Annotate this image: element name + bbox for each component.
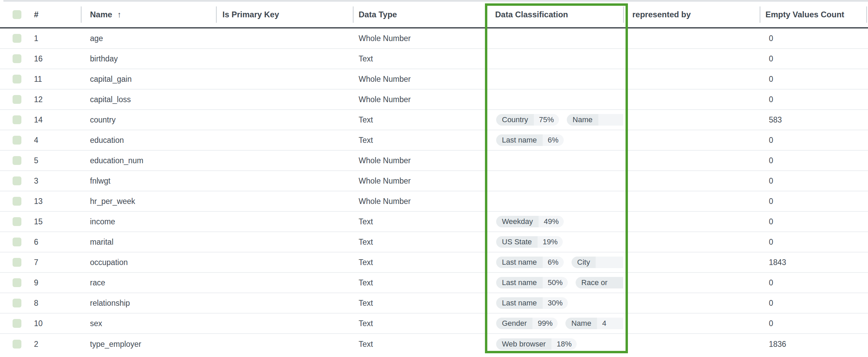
table-row[interactable]: 11capital_gainWhole Number0 [0, 69, 868, 90]
row-checkbox[interactable] [13, 217, 21, 226]
cell-select [0, 334, 29, 354]
header-cell-represented-by[interactable]: represented by [623, 2, 760, 27]
classification-chips: Gender99%Name4 [486, 314, 623, 333]
cell-number: 8 [29, 293, 81, 313]
classification-chip: Race or [576, 277, 623, 288]
cell-name: race [81, 273, 216, 293]
classification-chips [486, 49, 623, 69]
table-row[interactable]: 12capital_lossWhole Number0 [0, 90, 868, 110]
header-label-is-primary-key: Is Primary Key [222, 10, 279, 19]
table-row[interactable]: 9raceTextLast name50%Race or0 [0, 273, 868, 293]
cell-represented-by [623, 334, 760, 354]
row-checkbox[interactable] [13, 176, 21, 185]
cell-represented-by [623, 252, 760, 272]
row-checkbox[interactable] [13, 34, 21, 43]
cell-number: 5 [29, 151, 81, 170]
row-checkbox[interactable] [13, 197, 21, 206]
cell-is-primary-key [216, 151, 353, 170]
cell-number: 12 [29, 90, 81, 109]
header-cell-number[interactable]: # [29, 2, 81, 27]
classification-chip: City [572, 257, 623, 268]
cell-empty-values-count: 1836 [760, 334, 868, 354]
row-checkbox[interactable] [13, 340, 21, 349]
table-row[interactable]: 14countryTextCountry75%Name583 [0, 110, 868, 130]
cell-data-type: Whole Number [353, 151, 486, 170]
table-row[interactable]: 15incomeTextWeekday49%0 [0, 212, 868, 232]
cell-is-primary-key [216, 69, 353, 89]
cell-data-type: Whole Number [353, 171, 486, 191]
cell-empty-values-count: 0 [760, 314, 868, 333]
header-cell-data-classification[interactable]: Data Classification [486, 2, 623, 27]
row-checkbox[interactable] [13, 278, 21, 287]
cell-name: fnlwgt [81, 171, 216, 191]
cell-name: birthday [81, 49, 216, 69]
row-checkbox[interactable] [13, 238, 21, 246]
chip-percent: 99% [532, 318, 558, 329]
table-row[interactable]: 3fnlwgtWhole Number0 [0, 171, 868, 191]
header-cell-data-type[interactable]: Data Type [353, 2, 486, 27]
table-row[interactable]: 2type_employerTextWeb browser18%1836 [0, 334, 868, 354]
cell-name: marital [81, 232, 216, 252]
row-checkbox[interactable] [13, 95, 21, 104]
chip-label: Weekday [496, 216, 539, 227]
cell-name: education [81, 130, 216, 150]
table-row[interactable]: 5education_numWhole Number0 [0, 151, 868, 171]
row-checkbox[interactable] [13, 299, 21, 307]
row-checkbox[interactable] [13, 136, 21, 145]
cell-represented-by [623, 273, 760, 293]
header-cell-is-primary-key[interactable]: Is Primary Key [216, 2, 353, 27]
cell-data-type: Text [353, 49, 486, 69]
cell-empty-values-count: 1843 [760, 252, 868, 272]
header-cell-empty-values-count[interactable]: Empty Values Count [760, 2, 868, 27]
chip-percent [596, 257, 623, 268]
row-checkbox[interactable] [13, 319, 21, 328]
checkbox-wrap [0, 293, 21, 313]
chip-label: Name [567, 114, 598, 126]
cell-select [0, 49, 29, 69]
table-row[interactable]: 4educationTextLast name6%0 [0, 130, 868, 151]
header-cell-name[interactable]: Name ↑ [81, 2, 216, 27]
chip-label: Race or [576, 277, 623, 288]
cell-represented-by [623, 293, 760, 313]
row-checkbox[interactable] [13, 156, 21, 165]
classification-chips [486, 191, 623, 211]
cell-data-classification [486, 151, 623, 170]
cell-represented-by [623, 191, 760, 211]
cell-represented-by [623, 212, 760, 231]
row-checkbox[interactable] [13, 115, 21, 124]
table-row[interactable]: 8relationshipTextLast name30%0 [0, 293, 868, 314]
cell-select [0, 171, 29, 191]
header-cell-select[interactable] [0, 2, 29, 27]
classification-chips: Weekday49% [486, 212, 623, 231]
cell-empty-values-count: 0 [760, 191, 868, 211]
classification-chip: Last name6% [496, 134, 564, 146]
table-row[interactable]: 16birthdayText0 [0, 49, 868, 69]
table-row[interactable]: 13hr_per_weekWhole Number0 [0, 191, 868, 212]
cell-empty-values-count: 0 [760, 130, 868, 150]
row-checkbox[interactable] [13, 75, 21, 83]
cell-is-primary-key [216, 110, 353, 130]
select-all-checkbox[interactable] [13, 10, 21, 19]
cell-is-primary-key [216, 130, 353, 150]
cell-data-classification [486, 49, 623, 69]
classification-chips: Last name50%Race or [486, 273, 623, 293]
cell-data-classification [486, 171, 623, 191]
cell-is-primary-key [216, 212, 353, 231]
cell-data-type: Text [353, 293, 486, 313]
table-row[interactable]: 1ageWhole Number0 [0, 29, 868, 49]
cell-empty-values-count: 0 [760, 90, 868, 109]
table-row[interactable]: 6maritalTextUS State19%0 [0, 232, 868, 252]
table-row[interactable]: 7occupationTextLast name6%City1843 [0, 252, 868, 273]
row-checkbox[interactable] [13, 54, 21, 63]
cell-number: 2 [29, 334, 81, 354]
classification-chip: Country75% [496, 114, 559, 126]
chip-label: Last name [496, 297, 543, 309]
cell-data-type: Text [353, 314, 486, 333]
table-header: # Name ↑ Is Primary Key Data Type Data C… [0, 2, 868, 29]
row-checkbox[interactable] [13, 258, 21, 267]
table-row[interactable]: 10sexTextGender99%Name40 [0, 314, 868, 334]
checkbox-wrap [0, 110, 21, 130]
cell-name: hr_per_week [81, 191, 216, 211]
checkbox-wrap [0, 69, 21, 89]
chip-label: Name [565, 318, 597, 329]
